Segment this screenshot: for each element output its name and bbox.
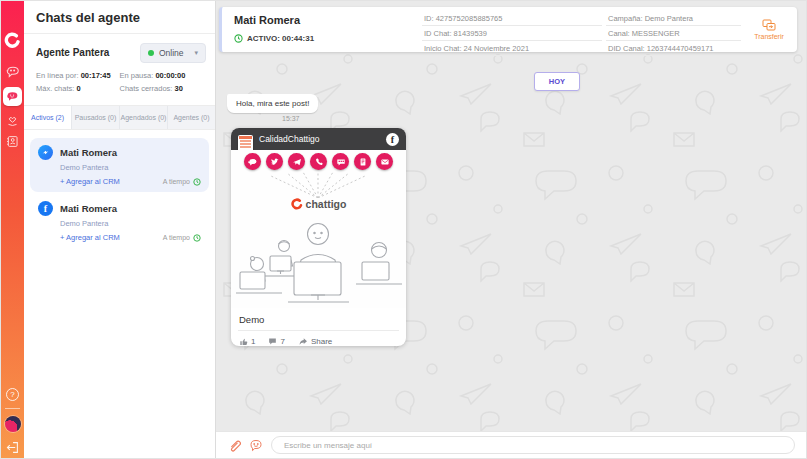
app-window: ? Chats del agente Agente Pantera Online…	[0, 0, 807, 459]
clock-icon	[193, 234, 201, 242]
post-thumbnail	[238, 135, 253, 152]
comment-icon	[268, 337, 277, 346]
rail-divider	[5, 408, 20, 409]
chat-list: Mati Romera Demo Pantera + Agregar al CR…	[24, 130, 215, 258]
chat-info-col-a: ID: 4275752085885765 ID Chat: 81439539 I…	[422, 7, 602, 52]
stat-online-time: En línea por: 00:17:45	[36, 71, 120, 80]
tab-agendados[interactable]: Agendados (0)	[120, 106, 168, 129]
thumbs-up-icon	[239, 337, 248, 346]
incoming-message: Hola, mira este post!	[227, 94, 318, 113]
email-icon	[376, 153, 393, 170]
info-id-chat: ID Chat: 81439539	[422, 26, 602, 41]
messenger-icon	[38, 145, 53, 160]
radiating-lines	[231, 172, 406, 198]
chats-icon[interactable]	[6, 65, 20, 79]
stat-closed-chats: Chats cerrados: 30	[120, 84, 204, 93]
brand-logo: chattigo	[231, 198, 406, 210]
sms-icon	[332, 153, 349, 170]
transfer-icon	[762, 19, 776, 31]
agent-chats-icon[interactable]	[3, 87, 22, 106]
post-image: chattigo	[231, 150, 406, 308]
profile-avatar[interactable]	[5, 416, 21, 432]
chattigo-logo-icon	[4, 32, 21, 49]
chat-list-item[interactable]: f Mati Romera Demo Pantera + Agregar al …	[30, 194, 209, 248]
campaign-quality-icon[interactable]	[6, 114, 19, 127]
like-button[interactable]: 1	[239, 337, 255, 346]
message-input[interactable]	[271, 436, 795, 454]
agent-panel: Chats del agente Agente Pantera Online ▾…	[24, 1, 216, 459]
date-divider: HOY	[534, 72, 580, 91]
nav-rail: ?	[1, 1, 24, 459]
chat-header-card: Mati Romera ACTIVO: 00:44:31 ID: 4275752…	[219, 7, 797, 52]
post-footer: 1 7 Share	[238, 330, 399, 346]
emoji-icon[interactable]	[249, 438, 263, 452]
chat-campaign: Demo Pantera	[60, 163, 201, 172]
brand-name: chattigo	[306, 198, 347, 210]
agent-summary: Agente Pantera Online ▾	[24, 34, 215, 65]
shared-post-card[interactable]: CalidadChattigo f	[231, 128, 406, 346]
info-campana: Campaña: Demo Pantera	[606, 11, 741, 26]
post-header: CalidadChattigo f	[231, 128, 406, 150]
tab-pausados[interactable]: Pausados (0)	[72, 106, 120, 129]
tab-agentes[interactable]: Agentes (0)	[168, 106, 215, 129]
attachment-icon[interactable]	[228, 439, 241, 452]
social-icons-row	[231, 150, 406, 170]
stat-pause-time: En pausa: 00:00:00	[120, 71, 204, 80]
active-timer: ACTIVO: 00:44:31	[234, 34, 422, 43]
info-inicio-chat: Inicio Chat: 24 Noviembre 2021	[422, 41, 602, 56]
facebook-icon: f	[38, 201, 53, 216]
chat-info-col-b: Campaña: Demo Pantera Canal: MESSENGER D…	[606, 7, 741, 52]
status-value: Online	[159, 48, 184, 58]
add-to-crm-link[interactable]: + Agregar al CRM	[60, 233, 120, 242]
post-title: CalidadChattigo	[259, 134, 380, 144]
tab-activos[interactable]: Activos (2)	[24, 106, 72, 129]
message-composer	[216, 431, 806, 458]
stat-max-chats: Máx. chats: 0	[36, 84, 120, 93]
message-time: 15:37	[282, 115, 300, 122]
clock-icon	[193, 178, 201, 186]
transfer-button[interactable]: Transferir	[741, 7, 797, 52]
share-icon	[298, 337, 308, 346]
facebook-icon: f	[386, 133, 399, 146]
chat-bubble-icon	[244, 153, 261, 170]
panel-title: Chats del agente	[24, 1, 215, 34]
info-did-canal: DID Canal: 1263744470459171	[606, 41, 741, 56]
chat-tabs: Activos (2) Pausados (0) Agendados (0) A…	[24, 105, 215, 130]
agent-name: Agente Pantera	[36, 43, 109, 58]
chat-contact-name: Mati Romera	[60, 203, 117, 214]
chattigo-c-icon	[291, 198, 303, 210]
sla-status: A tiempo	[163, 178, 201, 186]
chat-campaign: Demo Pantera	[60, 219, 201, 228]
twitter-icon	[266, 153, 283, 170]
logout-icon[interactable]	[6, 441, 19, 454]
agents-illustration	[231, 216, 406, 308]
sla-status: A tiempo	[163, 234, 201, 242]
post-caption: Demo	[231, 308, 406, 330]
telegram-icon	[288, 153, 305, 170]
help-icon[interactable]: ?	[6, 388, 19, 401]
form-icon	[354, 153, 371, 170]
clock-icon	[234, 34, 243, 43]
status-dropdown[interactable]: Online ▾	[140, 43, 206, 63]
contact-name: Mati Romera	[234, 14, 422, 26]
chat-list-item[interactable]: Mati Romera Demo Pantera + Agregar al CR…	[30, 138, 209, 192]
contact-block: Mati Romera ACTIVO: 00:44:31	[222, 7, 422, 52]
share-button[interactable]: Share	[298, 337, 332, 346]
agent-stats: En línea por: 00:17:45 En pausa: 00:00:0…	[24, 65, 215, 103]
whatsapp-icon	[310, 153, 327, 170]
comment-button[interactable]: 7	[268, 337, 284, 346]
chat-contact-name: Mati Romera	[60, 147, 117, 158]
info-id: ID: 4275752085885765	[422, 11, 602, 26]
info-canal: Canal: MESSENGER	[606, 26, 741, 41]
conversation-area: Mati Romera ACTIVO: 00:44:31 ID: 4275752…	[216, 1, 806, 458]
online-dot-icon	[148, 50, 154, 56]
contacts-icon[interactable]	[6, 135, 19, 148]
chevron-down-icon: ▾	[194, 49, 198, 57]
add-to-crm-link[interactable]: + Agregar al CRM	[60, 177, 120, 186]
